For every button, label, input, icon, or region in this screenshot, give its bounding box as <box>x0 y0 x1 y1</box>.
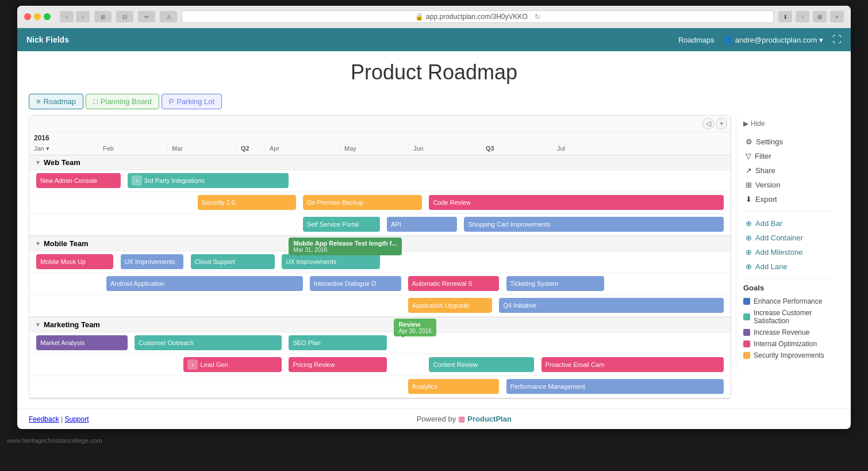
bar-interactive-dialogue[interactable]: Interactive Dialogue D <box>310 276 401 291</box>
tab-parking-lot[interactable]: P Parking Lot <box>162 94 222 109</box>
bar-3rd-party-integrations[interactable]: › 3rd Party Integrations <box>128 173 289 188</box>
month-jan: Jan ▾ <box>29 145 98 152</box>
goal-dot-customer <box>743 313 750 320</box>
fullscreen-icon[interactable]: ⛶ <box>832 35 842 45</box>
bar-customer-outreach[interactable]: Customer Outreach <box>135 335 282 350</box>
share-browser-button[interactable]: ↑ <box>796 11 809 22</box>
web-team-header[interactable]: ▼ Web Team <box>29 155 731 170</box>
bar-seo-plan[interactable]: SEO Plan <box>289 335 387 350</box>
bar-android-application[interactable]: Android Application <box>106 276 303 291</box>
refresh-icon: ↻ <box>535 13 540 21</box>
support-link[interactable]: Support <box>65 415 89 423</box>
milestone-mobile-app[interactable]: Mobile App Release Test length f... Mar … <box>289 238 401 255</box>
filter-item[interactable]: ▽ Filter <box>743 149 832 163</box>
forward-button[interactable]: › <box>76 11 90 22</box>
bookmarks-button[interactable]: ⊞ <box>813 11 827 22</box>
bar-new-admin-console[interactable]: New Admin Console <box>36 173 120 188</box>
month-may: May <box>340 145 409 152</box>
bar-on-premise-backup[interactable]: On Premise Backup <box>303 195 422 210</box>
version-icon: ⊞ <box>746 181 752 189</box>
browser-window: ‹ › ⊞ ⊟ ✏ ⚠ 🔒 app.productplan.com/3H0yVK… <box>17 6 851 429</box>
filter-icon: ▽ <box>746 152 751 160</box>
web-row-3: Self Service Portal API Shopping Cart Im… <box>29 214 731 236</box>
export-item[interactable]: ⬇ Export <box>743 192 832 206</box>
hide-button[interactable]: ▶ Hide <box>743 120 832 128</box>
download-button[interactable]: ⬇ <box>778 11 792 22</box>
bar-performance-management[interactable]: Performance Management <box>506 379 724 394</box>
app-header: Nick Fields Roadmaps 👤 andre@productplan… <box>17 28 851 51</box>
sidebar-divider-1 <box>743 211 832 212</box>
nav-buttons: ‹ › <box>60 11 90 22</box>
bar-lead-gen[interactable]: › Lead Gen <box>183 357 282 372</box>
add-container-item[interactable]: ⊕ Add Container <box>743 231 832 245</box>
browser-chrome: ‹ › ⊞ ⊟ ✏ ⚠ 🔒 app.productplan.com/3H0yVK… <box>17 6 851 28</box>
goal-dot-revenue <box>743 329 750 336</box>
user-menu[interactable]: 👤 andre@productplan.com ▾ <box>724 36 823 44</box>
view-button[interactable]: ⊞ <box>94 11 112 22</box>
close-button[interactable] <box>24 13 31 20</box>
tabs-row: ≡ Roadmap □ Planning Board P Parking Lot <box>29 94 839 109</box>
bar-mobile-mockup[interactable]: Mobile Mock Up <box>36 254 113 269</box>
version-item[interactable]: ⊞ Version <box>743 178 832 192</box>
split-button[interactable]: ⊟ <box>116 11 133 22</box>
bar-analytics[interactable]: Analytics <box>408 379 500 394</box>
add-milestone-item[interactable]: ⊕ Add Milestone <box>743 245 832 259</box>
warning-button[interactable]: ⚠ <box>160 11 177 22</box>
bar-shopping-cart[interactable]: Shopping Cart Improvements <box>464 217 723 232</box>
lock-icon: 🔒 <box>415 13 424 21</box>
bar-content-review[interactable]: Content Review <box>429 357 534 372</box>
maximize-button[interactable] <box>44 13 51 20</box>
zoom-in-button[interactable]: + <box>716 118 727 129</box>
bar-security-20[interactable]: Security 2.0 <box>198 195 296 210</box>
mobile-row-3: Application Upgrade Q4 Initiative <box>29 295 731 317</box>
url-text: app.productplan.com/3H0yVKKO <box>426 13 528 21</box>
goals-title: Goals <box>743 284 832 292</box>
footer: Feedback | Support Powered by ▦ ProductP… <box>17 408 851 429</box>
bar-cloud-support[interactable]: Cloud Support <box>191 254 275 269</box>
back-button[interactable]: ‹ <box>60 11 74 22</box>
settings-item[interactable]: ⚙ Settings <box>743 135 832 149</box>
address-bar[interactable]: 🔒 app.productplan.com/3H0yVKKO ↻ <box>182 10 774 23</box>
roadmaps-nav[interactable]: Roadmaps <box>678 36 715 44</box>
arrow-icon: › <box>132 175 142 186</box>
bar-q4-initiative[interactable]: Q4 Initiative <box>499 298 723 313</box>
main-content: Product Roadmap ≡ Roadmap □ Planning Boa… <box>17 51 851 408</box>
bar-self-service-portal[interactable]: Self Service Portal <box>303 217 380 232</box>
new-tab-button[interactable]: + <box>830 11 844 22</box>
marketing-row-1: Market Analysis Customer Outreach SEO Pl… <box>29 332 731 354</box>
goal-dot-internal <box>743 340 750 347</box>
share-item[interactable]: ↗ Share <box>743 163 832 178</box>
bar-automatic-renewal[interactable]: Automatic Renewal S <box>408 276 500 291</box>
bar-proactive-email[interactable]: Proactive Email Cam <box>541 357 724 372</box>
bar-code-review[interactable]: Code Review <box>429 195 723 210</box>
chevron-right-icon: ▶ <box>743 120 748 128</box>
tab-planning-board[interactable]: □ Planning Board <box>86 94 159 109</box>
planning-icon: □ <box>93 97 98 106</box>
bar-api[interactable]: API <box>387 217 457 232</box>
add-lane-item[interactable]: ⊕ Add Lane <box>743 259 832 274</box>
add-bar-item[interactable]: ⊕ Add Bar <box>743 216 832 231</box>
marketing-team-header[interactable]: ▼ Marketing Team <box>29 317 731 332</box>
bar-application-upgrade[interactable]: Application Upgrade <box>408 298 492 313</box>
bar-ux-improvements-1[interactable]: UX Improvements <box>121 254 184 269</box>
roadmap-timeline: ◁ + 2016 Jan ▾ Feb Mar Q2 Apr May <box>29 115 731 399</box>
milestone-review[interactable]: Review Apr 30, 2016 <box>394 319 436 336</box>
goal-dot-enhance <box>743 298 750 305</box>
goal-internal-optimization: Internal Optimization <box>743 338 832 350</box>
arrow-icon: › <box>187 359 198 370</box>
gear-icon: ⚙ <box>746 137 752 146</box>
app-header-right: Roadmaps 👤 andre@productplan.com ▾ ⛶ <box>678 35 842 45</box>
zoom-out-button[interactable]: ◁ <box>702 118 714 129</box>
goal-customer-satisfaction: Increase Customer Satisfaction <box>743 307 832 327</box>
plus-icon: ⊕ <box>746 248 752 256</box>
feedback-link[interactable]: Feedback <box>29 415 59 423</box>
tab-roadmap[interactable]: ≡ Roadmap <box>29 94 83 109</box>
marketing-team-label: Marketing Team <box>44 320 100 329</box>
bar-ticketing-system[interactable]: Ticketing System <box>506 276 605 291</box>
watermark: www.heritagechristiancollege.com <box>0 435 868 446</box>
marketing-row-3: Analytics Performance Management <box>29 376 731 398</box>
bar-market-analysis[interactable]: Market Analysis <box>36 335 128 350</box>
minimize-button[interactable] <box>34 13 41 20</box>
bar-pricing-review[interactable]: Pricing Review <box>289 357 387 372</box>
draw-button[interactable]: ✏ <box>138 11 155 22</box>
